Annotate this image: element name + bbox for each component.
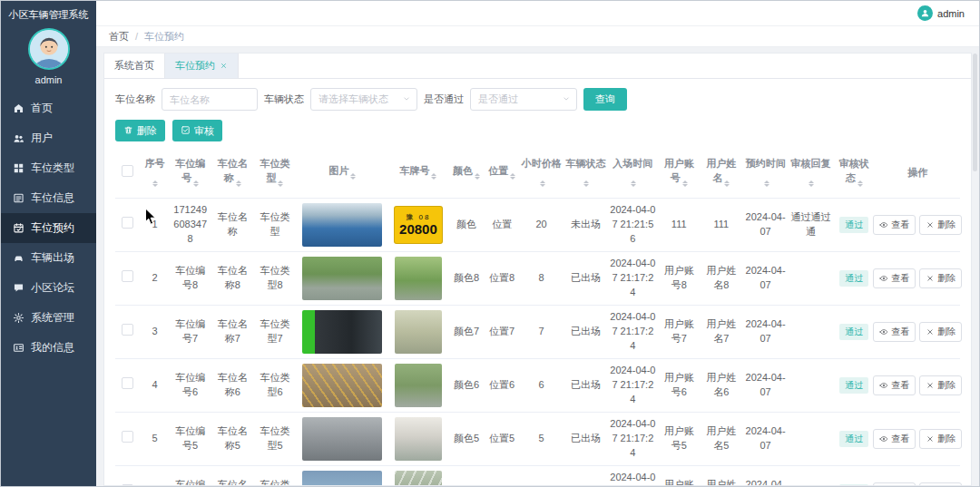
sort-carets-icon[interactable] [152,178,158,190]
row-delete-button[interactable]: 删除 [919,268,962,288]
plate-photo[interactable] [395,364,442,407]
col-header-entry_time[interactable]: 入场时间 [608,149,658,198]
sort-carets-icon[interactable] [431,170,436,182]
cell-account: 用户账号4 [658,465,701,485]
spot-name-input[interactable] [162,88,258,111]
col-header-account[interactable]: 用户账号 [658,149,701,198]
tab-system-home[interactable]: 系统首页 [104,54,165,78]
col-header-reserve_time[interactable]: 预约时间 [742,149,789,198]
sort-carets-icon[interactable] [583,178,589,190]
cell-audit_reply [789,412,833,465]
vertical-scrollbar[interactable] [973,54,977,171]
sort-carets-icon[interactable] [540,178,545,190]
sort-carets-icon[interactable] [236,178,241,190]
close-icon [926,434,935,443]
sidebar-item-home[interactable]: 首页 [1,93,96,123]
parking-photo[interactable] [302,203,382,247]
col-header-color[interactable]: 颜色 [448,149,485,198]
audit-button[interactable]: 审核 [172,120,222,141]
col-header-plate[interactable]: 车牌号 [388,149,448,198]
sidebar-item-spot-info[interactable]: 车位信息 [1,183,96,213]
cell-actions: 查看删除 [875,251,960,305]
col-header-location[interactable]: 位置 [485,149,519,198]
col-header-audit_status[interactable]: 审核状态 [833,149,876,198]
row-checkbox[interactable] [122,324,133,336]
col-header-index[interactable]: 序号 [141,149,170,198]
col-header-spot_no[interactable]: 车位编号 [169,149,211,198]
col-header-price[interactable]: 小时价格 [519,149,564,198]
breadcrumb-home[interactable]: 首页 [109,30,129,44]
sort-carets-icon[interactable] [475,170,480,182]
sidebar-item-vehicle-exit[interactable]: 车辆出场 [1,243,96,273]
sort-carets-icon[interactable] [193,178,199,190]
pass-select[interactable]: 是否通过 [470,88,577,111]
col-header-image[interactable]: 图片 [296,149,388,198]
cell-plate [388,465,448,485]
sort-carets-icon[interactable] [724,178,730,190]
row-delete-button[interactable]: 删除 [919,322,962,342]
plate-photo[interactable] [395,471,442,485]
view-button[interactable]: 查看 [873,215,916,235]
parking-photo[interactable] [302,417,382,461]
sidebar-item-system[interactable]: 系统管理 [1,303,96,333]
view-button[interactable]: 查看 [873,322,916,342]
sort-carets-icon[interactable] [808,178,814,190]
view-button[interactable]: 查看 [873,429,916,449]
row-delete-button[interactable]: 删除 [919,215,962,235]
tab-spot-reserve[interactable]: 车位预约 [165,54,239,78]
plate-photo[interactable] [395,257,442,300]
row-checkbox[interactable] [122,484,133,485]
sidebar-item-my-info[interactable]: 我的信息 [1,333,96,363]
sort-carets-icon[interactable] [858,178,863,190]
row-delete-button[interactable]: 删除 [919,482,962,485]
row-delete-button[interactable]: 删除 [919,375,962,395]
topbar: admin [96,1,979,26]
sort-carets-icon[interactable] [350,170,356,182]
view-button[interactable]: 查看 [873,268,916,288]
sort-carets-icon[interactable] [510,170,515,182]
col-header-audit_reply[interactable]: 审核回复 [789,149,833,198]
cell-select [115,465,141,485]
user-menu[interactable]: admin [917,5,965,21]
search-button[interactable]: 查询 [583,88,627,111]
cell-reserve_time: 2024-04-07 [742,198,789,251]
plate-photo[interactable] [395,310,442,354]
view-button[interactable]: 查看 [873,375,916,395]
parking-photo[interactable] [302,364,382,407]
filter-bar: 车位名称 车辆状态 请选择车辆状态 是否通过 是否通过 查询 [104,79,971,116]
select-all-checkbox[interactable] [122,165,133,177]
main-area: admin 首页 / 车位预约 系统首页车位预约 车位名称 车辆状态 请选择车辆… [96,1,979,486]
col-header-spot_type[interactable]: 车位类型 [254,149,297,198]
parking-photo[interactable] [302,471,382,485]
close-icon [926,274,935,283]
row-checkbox[interactable] [122,270,133,282]
sidebar-item-spot-type[interactable]: 车位类型 [1,153,96,183]
sidebar-item-forum[interactable]: 小区论坛 [1,273,96,303]
sort-carets-icon[interactable] [631,178,636,190]
row-checkbox[interactable] [122,377,133,389]
sidebar-item-spot-reserve[interactable]: 车位预约 [1,213,96,243]
col-header-vehicle_status[interactable]: 车辆状态 [564,149,608,198]
parking-photo[interactable] [302,310,382,354]
sidebar-item-users[interactable]: 用户 [1,123,96,153]
row-checkbox[interactable] [122,217,133,229]
plate-photo[interactable] [395,417,442,461]
users-icon [13,132,24,144]
row-delete-button[interactable]: 删除 [919,429,962,449]
cell-select [115,251,141,305]
sort-carets-icon[interactable] [278,178,283,190]
list-icon [13,192,24,204]
delete-button[interactable]: 删除 [115,120,165,141]
col-header-spot_name[interactable]: 车位名称 [211,149,254,198]
row-checkbox[interactable] [122,431,133,443]
vehicle-status-select[interactable]: 请选择车辆状态 [310,88,417,111]
view-button[interactable]: 查看 [873,482,916,485]
col-header-username[interactable]: 用户姓名 [701,149,743,198]
col-header-label: 入场时间 [612,158,652,169]
sort-carets-icon[interactable] [682,178,688,190]
cell-spot_type: 车位类型 [254,198,297,251]
parking-photo[interactable] [302,257,382,300]
sort-carets-icon[interactable] [764,178,769,190]
license-plate[interactable]: 豫 0820800 [394,206,443,244]
cell-reserve_time: 2024-04-07 [742,412,789,465]
